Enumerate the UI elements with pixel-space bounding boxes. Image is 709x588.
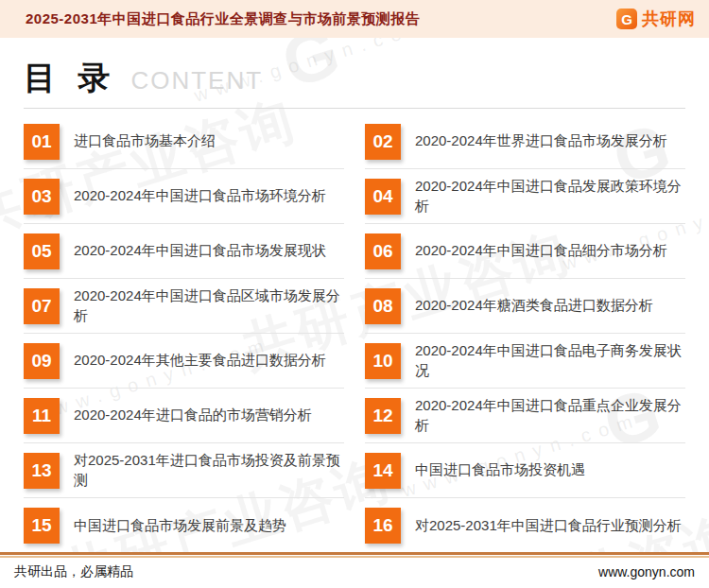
toc-item-label: 2020-2024年中国进口食品市场发展现状 — [74, 241, 326, 260]
toc-item: 10 2020-2024年中国进口食品电子商务发展状况 — [365, 334, 685, 389]
toc-item-label: 2020-2024年糖酒类食品进口数据分析 — [415, 296, 653, 315]
toc-item-label: 对2025-2031年中国进口食品行业预测分析 — [415, 516, 682, 535]
toc-item-label: 2020-2024年中国进口食品发展政策环境分析 — [415, 177, 685, 216]
footer-divider-dark — [0, 552, 709, 555]
toc-item-number-badge: 13 — [24, 453, 60, 489]
toc-item-label: 2020-2024年中国进口食品细分市场分析 — [415, 241, 667, 260]
toc-item: 02 2020-2024年世界进口食品市场发展分析 — [365, 114, 685, 169]
footer-bar: 共研出品，必属精品 www.gonyn.com — [0, 552, 709, 588]
toc-item: 16 对2025-2031年中国进口食品行业预测分析 — [365, 498, 685, 553]
report-title: 2025-2031年中国进口食品行业全景调查与市场前景预测报告 — [26, 10, 420, 28]
toc-item-label: 2020-2024年中国进口食品电子商务发展状况 — [415, 341, 685, 380]
toc-item: 07 2020-2024年中国进口食品区域市场发展分析 — [24, 279, 344, 334]
toc-item: 13 对2025-2031年进口食品市场投资及前景预测 — [24, 443, 344, 498]
toc-item-label: 进口食品市场基本介绍 — [74, 131, 216, 150]
toc-item: 15 中国进口食品市场发展前景及趋势 — [24, 498, 344, 553]
toc-page: 目 录 CONTENT 01 进口食品市场基本介绍 03 2020-2024年中… — [0, 38, 709, 553]
toc-item-number-badge: 04 — [365, 179, 401, 215]
toc-item-number-badge: 02 — [365, 124, 401, 160]
heading-divider — [24, 108, 685, 109]
toc-item: 08 2020-2024年糖酒类食品进口数据分析 — [365, 279, 685, 334]
toc-item-label: 中国进口食品市场投资机遇 — [415, 460, 585, 479]
toc-item-number-badge: 08 — [365, 288, 401, 324]
toc-title-en: CONTENT — [130, 66, 263, 95]
gonyn-logo-icon: G — [616, 9, 637, 29]
toc-column-right: 02 2020-2024年世界进口食品市场发展分析 04 2020-2024年中… — [365, 114, 685, 553]
footer-website-link[interactable]: www.gonyn.com — [598, 564, 695, 579]
toc-item-number-badge: 14 — [365, 453, 401, 489]
toc-item: 03 2020-2024年中国进口食品市场环境分析 — [24, 169, 344, 224]
header-bar: 2025-2031年中国进口食品行业全景调查与市场前景预测报告 G 共研网 — [0, 0, 709, 38]
toc-item-number-badge: 10 — [365, 343, 401, 379]
gonyn-logo[interactable]: G 共研网 — [616, 8, 696, 30]
toc-item-number-badge: 03 — [24, 179, 60, 215]
toc-item-number-badge: 05 — [24, 233, 60, 269]
toc-item: 14 中国进口食品市场投资机遇 — [365, 443, 685, 498]
toc-item-label: 2020-2024年中国进口食品区域市场发展分析 — [74, 286, 344, 325]
toc-column-left: 01 进口食品市场基本介绍 03 2020-2024年中国进口食品市场环境分析 … — [24, 114, 344, 553]
toc-columns: 01 进口食品市场基本介绍 03 2020-2024年中国进口食品市场环境分析 … — [24, 114, 685, 553]
toc-item-label: 2020-2024年中国进口食品市场环境分析 — [74, 186, 326, 205]
toc-item-label: 2020-2024年中国进口食品重点企业发展分析 — [415, 396, 685, 435]
toc-item-number-badge: 16 — [365, 508, 401, 544]
toc-item-number-badge: 11 — [24, 398, 60, 434]
toc-item-number-badge: 01 — [24, 124, 60, 160]
toc-item-number-badge: 06 — [365, 233, 401, 269]
toc-heading: 目 录 CONTENT — [24, 57, 685, 100]
toc-item-number-badge: 07 — [24, 288, 60, 324]
toc-item-number-badge: 09 — [24, 343, 60, 379]
footer-slogan: 共研出品，必属精品 — [14, 563, 133, 580]
toc-item: 09 2020-2024年其他主要食品进口数据分析 — [24, 334, 344, 389]
toc-item-number-badge: 12 — [365, 398, 401, 434]
toc-item: 04 2020-2024年中国进口食品发展政策环境分析 — [365, 169, 685, 224]
toc-item-label: 2020-2024年其他主要食品进口数据分析 — [74, 351, 326, 370]
toc-item-label: 2020-2024年进口食品的市场营销分析 — [74, 406, 312, 424]
toc-item: 06 2020-2024年中国进口食品细分市场分析 — [365, 224, 685, 279]
toc-item: 05 2020-2024年中国进口食品市场发展现状 — [24, 224, 344, 279]
toc-item-label: 2020-2024年世界进口食品市场发展分析 — [415, 131, 667, 150]
toc-item-label: 对2025-2031年进口食品市场投资及前景预测 — [74, 451, 344, 490]
toc-item: 12 2020-2024年中国进口食品重点企业发展分析 — [365, 389, 685, 443]
gonyn-logo-text: 共研网 — [642, 8, 696, 30]
toc-item: 01 进口食品市场基本介绍 — [24, 114, 344, 169]
toc-item: 11 2020-2024年进口食品的市场营销分析 — [24, 389, 344, 443]
toc-title-zh: 目 录 — [24, 57, 116, 100]
toc-item-label: 中国进口食品市场发展前景及趋势 — [74, 516, 286, 535]
toc-item-number-badge: 15 — [24, 508, 60, 544]
